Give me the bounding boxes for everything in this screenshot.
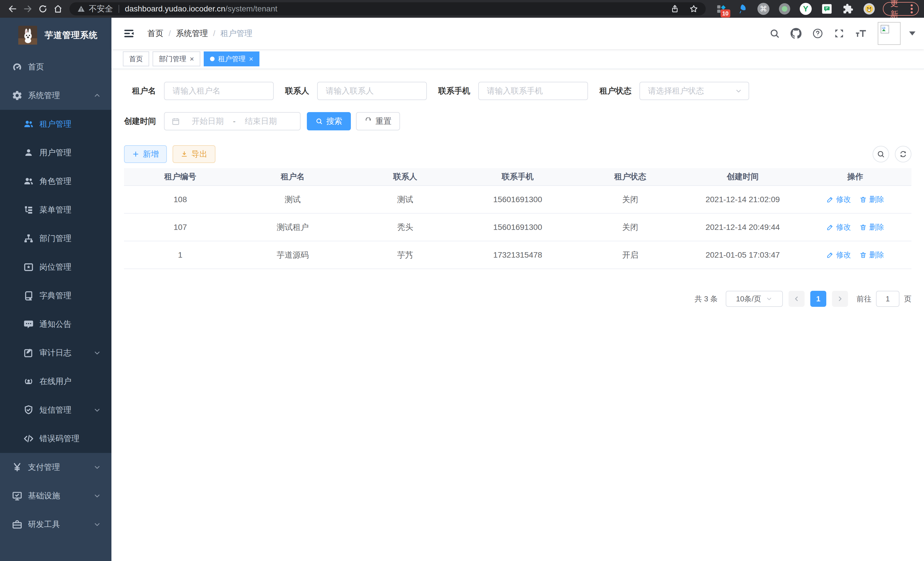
- tenant-name-input[interactable]: [164, 82, 274, 100]
- search-button[interactable]: 搜索: [307, 112, 351, 130]
- infra-icon: [11, 490, 23, 502]
- close-icon[interactable]: ×: [249, 55, 253, 63]
- export-button[interactable]: 导出: [172, 145, 215, 163]
- sidebar-item-label: 租户管理: [39, 119, 71, 129]
- sidebar-item-在线用户[interactable]: 在线用户: [0, 367, 111, 396]
- sidebar-item-基础设施[interactable]: 基础设施: [0, 481, 111, 510]
- extension-grid-icon[interactable]: 10: [715, 3, 728, 15]
- delete-link[interactable]: 删除: [860, 194, 884, 205]
- edit-link[interactable]: 修改: [826, 250, 851, 260]
- sidebar-item-研发工具[interactable]: 研发工具: [0, 510, 111, 539]
- edit-link[interactable]: 修改: [826, 222, 851, 232]
- sidebar: 芋道管理系统 首页系统管理租户管理用户管理角色管理菜单管理部门管理岗位管理字典管…: [0, 18, 111, 561]
- sidebar-item-部门管理[interactable]: 部门管理: [0, 224, 111, 253]
- filter-contact: 联系人: [285, 82, 427, 100]
- cell-actions: 修改删除: [799, 222, 911, 232]
- extension-record-icon[interactable]: [778, 3, 791, 15]
- sidebar-item-系统管理[interactable]: 系统管理: [0, 81, 111, 110]
- show-search-button[interactable]: [873, 146, 889, 162]
- cell-actions: 修改删除: [799, 250, 911, 260]
- extension-badge: 10: [721, 9, 730, 17]
- extension-chat-icon[interactable]: [820, 3, 833, 15]
- sidebar-item-菜单管理[interactable]: 菜单管理: [0, 196, 111, 224]
- tag-label: 租户管理: [218, 54, 245, 63]
- edit-link[interactable]: 修改: [826, 194, 851, 205]
- filter-row-1: 租户名 联系人 联系手机 租户状态 请选择租户状态: [124, 82, 911, 100]
- column-header: 联系手机: [461, 171, 574, 182]
- avatar-dropdown-caret[interactable]: [909, 32, 915, 35]
- refresh-table-button[interactable]: [895, 146, 911, 162]
- breadcrumb-home[interactable]: 首页: [147, 28, 164, 39]
- kebab-menu-icon[interactable]: [910, 4, 913, 14]
- logo-rabbit-image: [18, 26, 37, 45]
- filter-row-2: 创建时间 开始日期 - 结束日期 搜索: [124, 112, 911, 130]
- tag-租户管理[interactable]: 租户管理×: [204, 51, 260, 66]
- extension-kite-icon[interactable]: [736, 3, 748, 15]
- trash-icon: [860, 196, 867, 203]
- sidebar-fold-icon[interactable]: [123, 27, 135, 39]
- extensions-puzzle-icon[interactable]: [842, 3, 854, 15]
- phone-input[interactable]: [478, 82, 588, 100]
- sidebar-item-短信管理[interactable]: 短信管理: [0, 396, 111, 424]
- sidebar-item-租户管理[interactable]: 租户管理: [0, 110, 111, 138]
- chevron-left-icon: [793, 295, 800, 302]
- sidebar-item-label: 通知公告: [39, 319, 71, 330]
- share-icon[interactable]: [670, 4, 680, 14]
- chevron-down-icon: [93, 406, 101, 414]
- browser-forward-button[interactable]: [20, 1, 35, 17]
- trash-icon: [860, 251, 867, 259]
- sidebar-item-支付管理[interactable]: 支付管理: [0, 453, 111, 481]
- font-size-icon[interactable]: [855, 28, 867, 39]
- github-icon[interactable]: [790, 28, 802, 39]
- contact-input[interactable]: [317, 82, 427, 100]
- address-bar[interactable]: 不安全 dashboard.yudao.iocoder.cn/system/te…: [69, 2, 706, 15]
- reset-button[interactable]: 重置: [356, 112, 400, 130]
- user-avatar[interactable]: [878, 22, 901, 45]
- add-button[interactable]: 新增: [124, 145, 167, 163]
- fullscreen-icon[interactable]: [834, 28, 844, 39]
- security-chip[interactable]: 不安全: [77, 3, 113, 14]
- top-navbar: 首页 / 系统管理 / 租户管理: [111, 18, 924, 49]
- status-select[interactable]: 请选择租户状态: [639, 82, 749, 100]
- delete-link[interactable]: 删除: [860, 222, 884, 232]
- close-icon[interactable]: ×: [190, 55, 194, 63]
- tag-首页[interactable]: 首页: [123, 51, 149, 66]
- filter-phone: 联系手机: [438, 82, 588, 100]
- cell-contact: 秃头: [349, 222, 461, 233]
- bookmark-star-icon[interactable]: [689, 4, 698, 14]
- delete-link[interactable]: 删除: [860, 250, 884, 260]
- prev-page-button[interactable]: [789, 291, 805, 307]
- header-search-icon[interactable]: [769, 28, 780, 39]
- next-page-button[interactable]: [832, 291, 848, 307]
- table-toolbar: 新增 导出: [124, 145, 911, 163]
- sidebar-item-通知公告[interactable]: 通知公告: [0, 310, 111, 338]
- browser-update-button[interactable]: 更新: [883, 2, 919, 16]
- chevron-down-icon: [766, 295, 772, 302]
- sidebar-item-错误码管理[interactable]: 错误码管理: [0, 424, 111, 453]
- browser-home-button[interactable]: [50, 1, 65, 17]
- security-label: 不安全: [89, 3, 113, 14]
- date-range-picker[interactable]: 开始日期 - 结束日期: [164, 112, 301, 130]
- extension-y-icon[interactable]: Y: [800, 3, 812, 15]
- help-icon[interactable]: [812, 28, 824, 39]
- sidebar-item-用户管理[interactable]: 用户管理: [0, 138, 111, 167]
- sidebar-item-首页[interactable]: 首页: [0, 53, 111, 81]
- breadcrumb: 首页 / 系统管理 / 租户管理: [147, 28, 253, 39]
- sidebar-logo[interactable]: 芋道管理系统: [0, 18, 111, 53]
- page-number-button[interactable]: 1: [810, 291, 826, 307]
- profile-avatar-icon[interactable]: [863, 3, 875, 15]
- page-size-select[interactable]: 10条/页: [726, 291, 783, 307]
- goto-page-input[interactable]: [876, 291, 899, 307]
- tag-部门管理[interactable]: 部门管理×: [153, 51, 200, 66]
- sidebar-item-岗位管理[interactable]: 岗位管理: [0, 253, 111, 281]
- date-separator: -: [229, 117, 239, 126]
- breadcrumb-system[interactable]: 系统管理: [176, 28, 208, 39]
- extension-command-icon[interactable]: ⌘: [757, 3, 770, 15]
- sidebar-item-审计日志[interactable]: 审计日志: [0, 338, 111, 367]
- sidebar-item-角色管理[interactable]: 角色管理: [0, 167, 111, 196]
- sidebar-item-字典管理[interactable]: 字典管理: [0, 281, 111, 310]
- sidebar-item-label: 研发工具: [28, 519, 60, 530]
- browser-back-button[interactable]: [5, 1, 20, 17]
- sidebar-item-label: 部门管理: [39, 233, 71, 244]
- browser-reload-button[interactable]: [35, 1, 50, 17]
